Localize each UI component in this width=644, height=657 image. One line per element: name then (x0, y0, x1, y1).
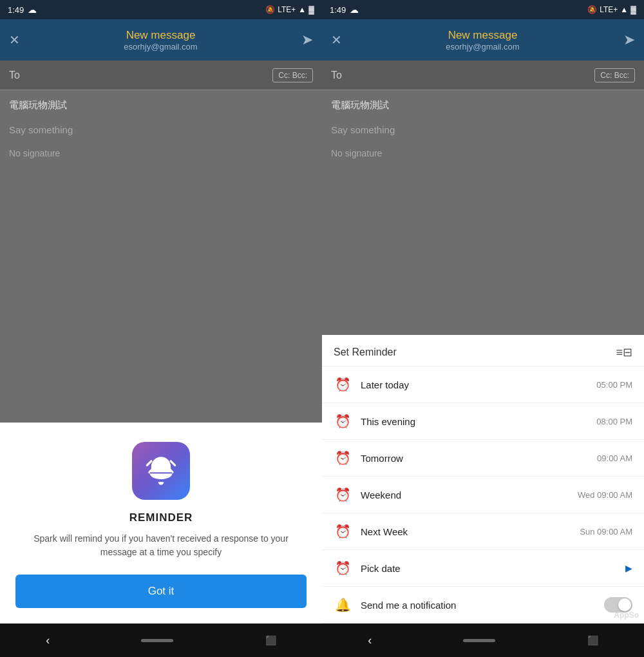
signal-left: LTE+ (278, 5, 296, 14)
cloud-icon-right: ☁ (350, 5, 359, 15)
reminder-item-notification[interactable]: 🔔 Send me a notification (322, 587, 644, 624)
alarm-icon-this-evening: ⏰ (334, 412, 352, 430)
mute-icon-left: 🔕 (265, 5, 275, 14)
alarm-icon-pick-date: ⏰ (334, 559, 352, 577)
alarm-icon-weekend: ⏰ (334, 486, 352, 504)
status-left-right: 1:49 ☁ (330, 5, 359, 15)
header-title-right: New message (448, 29, 518, 42)
time-next-week: Sun 09:00 AM (580, 527, 632, 537)
to-label-right: To (331, 70, 594, 81)
signature-left: No signature (9, 148, 313, 158)
label-later-today: Later today (361, 379, 596, 390)
cloud-icon-left: ☁ (28, 5, 37, 15)
label-pick-date: Pick date (361, 563, 620, 574)
header-subtitle-left: esorhjy@gmail.com (124, 42, 197, 52)
recents-button-right[interactable]: ⬛ (587, 635, 598, 645)
right-panel: 1:49 ☁ 🔕 LTE+ ▲ ▓ ✕ New message esorhjy@… (322, 0, 644, 657)
home-indicator-left[interactable] (141, 639, 173, 642)
back-button-left[interactable]: ‹ (46, 634, 50, 647)
reminder-desc: Spark will remind you if you haven't rec… (15, 532, 307, 559)
bottom-nav-right: ‹ ⬛ (322, 624, 644, 657)
label-next-week: Next Week (361, 526, 580, 537)
close-button-right[interactable]: ✕ (331, 32, 342, 48)
to-row-left: To Cc: Bcc: (0, 61, 322, 90)
time-this-evening: 08:00 PM (596, 417, 632, 426)
reminder-item-later-today[interactable]: ⏰ Later today 05:00 PM (322, 367, 644, 403)
label-tomorrow: Tomorrow (361, 453, 597, 464)
got-it-button[interactable]: Got it (15, 575, 307, 608)
placeholder-right: Say something (331, 124, 635, 135)
time-weekend: Wed 09:00 AM (578, 490, 632, 500)
header-left: ✕ New message esorhjy@gmail.com ➤ (0, 19, 322, 61)
header-right: ✕ New message esorhjy@gmail.com ➤ (322, 19, 644, 61)
status-right-right: 🔕 LTE+ ▲ ▓ (587, 5, 636, 14)
reminder-item-next-week[interactable]: ⏰ Next Week Sun 09:00 AM (322, 513, 644, 550)
reminder-overlay: REMINDER Spark will remind you if you ha… (0, 423, 322, 624)
alarm-icon-later-today: ⏰ (334, 376, 352, 394)
mute-icon-right: 🔕 (587, 5, 597, 14)
cc-bcc-button-left[interactable]: Cc: Bcc: (272, 68, 313, 82)
send-button-right[interactable]: ➤ (623, 32, 635, 48)
left-panel: 1:49 ☁ 🔕 LTE+ ▲ ▓ ✕ New message esorhjy@… (0, 0, 322, 657)
home-indicator-right[interactable] (463, 639, 495, 642)
reminder-sheet-title: Set Reminder (334, 347, 397, 358)
recents-button-left[interactable]: ⬛ (265, 635, 276, 645)
status-bar-right: 1:49 ☁ 🔕 LTE+ ▲ ▓ (322, 0, 644, 19)
wifi-icon-left: ▲ (298, 5, 306, 14)
send-button-left[interactable]: ➤ (301, 32, 313, 48)
filter-icon[interactable]: ≡⊟ (616, 345, 632, 359)
label-notification: Send me a notification (361, 600, 604, 611)
reminder-item-weekend[interactable]: ⏰ Weekend Wed 09:00 AM (322, 477, 644, 513)
appso-watermark: AppSo (614, 611, 639, 620)
reminder-item-this-evening[interactable]: ⏰ This evening 08:00 PM (322, 403, 644, 440)
bottom-nav-left: ‹ ⬛ (0, 624, 322, 657)
signal-right: LTE+ (600, 5, 618, 14)
battery-icon-left: ▓ (308, 5, 314, 14)
time-right: 1:49 (330, 5, 346, 15)
header-subtitle-right: esorhjy@gmail.com (446, 42, 519, 52)
toggle-thumb (618, 598, 631, 611)
status-left: 1:49 ☁ (8, 5, 37, 15)
time-tomorrow: 09:00 AM (597, 453, 632, 463)
reminder-sheet: Set Reminder ≡⊟ ⏰ Later today 05:00 PM ⏰… (322, 335, 644, 624)
reminder-item-pick-date[interactable]: ⏰ Pick date ▶ (322, 550, 644, 587)
status-bar-left: 1:49 ☁ 🔕 LTE+ ▲ ▓ (0, 0, 322, 19)
status-right-left: 🔕 LTE+ ▲ ▓ (265, 5, 314, 14)
signature-right: No signature (331, 148, 635, 158)
close-button-left[interactable]: ✕ (9, 32, 20, 48)
time-left: 1:49 (8, 5, 24, 15)
reminder-icon-wrap (132, 442, 190, 500)
reminder-item-tomorrow[interactable]: ⏰ Tomorrow 09:00 AM (322, 440, 644, 477)
battery-icon-right: ▓ (630, 5, 636, 14)
alarm-clock-icon (144, 454, 178, 488)
bell-icon-notification: 🔔 (334, 596, 352, 614)
header-title-left: New message (126, 29, 196, 42)
alarm-icon-tomorrow: ⏰ (334, 449, 352, 467)
placeholder-left: Say something (9, 124, 313, 135)
cc-bcc-button-right[interactable]: Cc: Bcc: (594, 68, 635, 82)
label-weekend: Weekend (361, 490, 578, 500)
arrow-pick-date: ▶ (625, 563, 632, 573)
header-center-left: New message esorhjy@gmail.com (124, 29, 197, 52)
to-label-left: To (9, 70, 272, 81)
alarm-icon-next-week: ⏰ (334, 522, 352, 540)
subject-right: 電腦玩物測試 (331, 99, 635, 111)
wifi-icon-right: ▲ (620, 5, 628, 14)
back-button-right[interactable]: ‹ (368, 634, 372, 647)
time-later-today: 05:00 PM (596, 380, 632, 390)
to-row-right: To Cc: Bcc: (322, 61, 644, 90)
reminder-title: REMINDER (129, 511, 193, 524)
reminder-sheet-header: Set Reminder ≡⊟ (322, 335, 644, 367)
label-this-evening: This evening (361, 416, 596, 427)
subject-left: 電腦玩物測試 (9, 99, 313, 111)
header-center-right: New message esorhjy@gmail.com (446, 29, 519, 52)
